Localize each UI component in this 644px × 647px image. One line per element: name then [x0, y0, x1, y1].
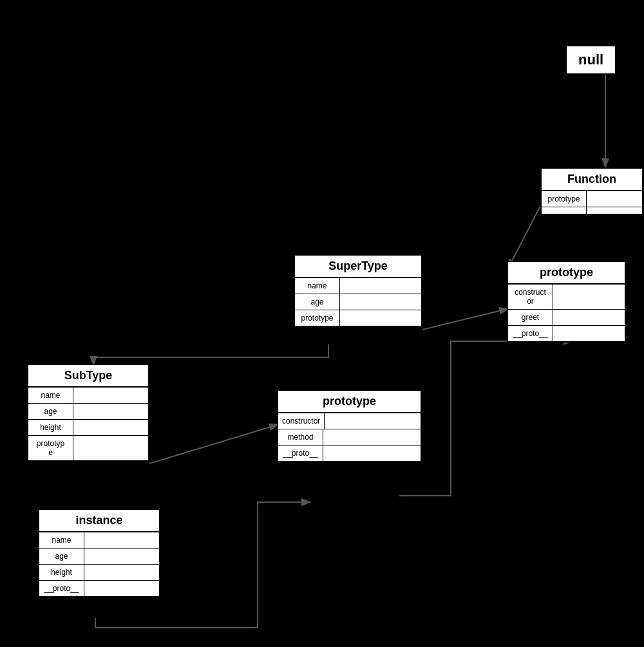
- instance-age-label: age: [39, 549, 84, 564]
- subtype-prototype-label: prototype: [28, 436, 73, 460]
- function-prototype-label: prototype: [542, 191, 587, 207]
- sbp-method-label: method: [278, 429, 323, 445]
- sp-constructor-value: [553, 285, 625, 309]
- subtype-name-value: [73, 388, 148, 403]
- instance-age-value: [84, 549, 159, 564]
- supertype-prototype-value: [340, 310, 421, 326]
- function-title: Function: [542, 169, 642, 191]
- sp-constructor-label: constructor: [508, 285, 553, 309]
- sp-proto-value: [553, 326, 625, 341]
- sp-proto-label: __proto__: [508, 326, 553, 341]
- sbp-proto-value: [323, 445, 421, 461]
- svg-line-2: [422, 309, 507, 330]
- sp-greet-label: greet: [508, 310, 553, 325]
- supertype-prototype-label: prototype: [295, 310, 340, 326]
- instance-height-label: height: [39, 565, 84, 580]
- supertype-prototype-title: prototype: [508, 262, 625, 285]
- instance-box: instance name age height __proto__: [38, 509, 160, 597]
- function-row2-value: [587, 207, 642, 214]
- supertype-title: SuperType: [295, 256, 421, 278]
- subtype-height-label: height: [28, 420, 73, 435]
- instance-height-value: [84, 565, 159, 580]
- svg-line-3: [149, 425, 277, 464]
- subtype-prototype-box: prototype constructor method __proto__: [277, 389, 422, 462]
- supertype-name-value: [340, 278, 421, 294]
- instance-proto-value: [84, 581, 159, 596]
- instance-name-label: name: [39, 532, 84, 548]
- subtype-title: SubType: [28, 365, 148, 388]
- instance-proto-label: __proto__: [39, 581, 84, 596]
- supertype-name-label: name: [295, 278, 340, 294]
- null-box: null: [565, 45, 616, 75]
- sbp-constructor-label: constructor: [278, 413, 325, 429]
- supertype-age-label: age: [295, 294, 340, 310]
- instance-title: instance: [39, 510, 159, 532]
- function-prototype-value: [587, 191, 642, 207]
- supertype-prototype-box: prototype constructor greet __proto__: [507, 261, 626, 342]
- subtype-name-label: name: [28, 388, 73, 403]
- function-row2-label: [542, 207, 587, 214]
- null-label: null: [578, 52, 603, 68]
- instance-name-value: [84, 532, 159, 548]
- function-box: Function prototype: [540, 167, 643, 215]
- sbp-proto-label: __proto__: [278, 445, 323, 461]
- sp-greet-value: [553, 310, 625, 325]
- subtype-prototype-title: prototype: [278, 391, 421, 413]
- subtype-age-value: [73, 404, 148, 419]
- sbp-constructor-value: [325, 413, 421, 429]
- diagram: null Function prototype SuperType name a…: [0, 0, 644, 647]
- sbp-method-value: [323, 429, 421, 445]
- subtype-age-label: age: [28, 404, 73, 419]
- svg-line-1: [509, 206, 540, 267]
- subtype-box: SubType name age height prototype: [27, 364, 149, 462]
- supertype-box: SuperType name age prototype: [294, 254, 422, 327]
- subtype-prototype-value: [73, 436, 148, 460]
- subtype-height-value: [73, 420, 148, 435]
- supertype-age-value: [340, 294, 421, 310]
